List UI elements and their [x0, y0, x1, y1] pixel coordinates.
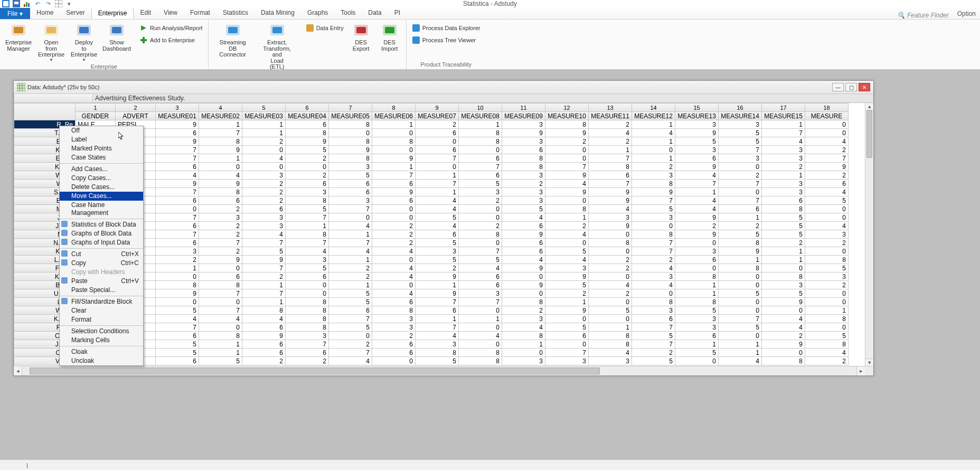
cell-value[interactable]: 0	[372, 129, 416, 137]
cell-value[interactable]: 3	[762, 188, 805, 196]
cell-value[interactable]: 7	[416, 298, 459, 306]
col-header[interactable]: MEASURE01	[156, 112, 199, 120]
minimize-button[interactable]: —	[832, 83, 844, 91]
ribbon-btn-deploy-to-enterprise[interactable]: DeploytoEnterprise▼	[69, 21, 99, 62]
cell-value[interactable]: 4	[242, 154, 286, 163]
cell-value[interactable]: 3	[762, 154, 805, 163]
cell-value[interactable]: 5	[286, 205, 329, 213]
cell-value[interactable]: 1	[199, 120, 242, 129]
cell-value[interactable]: 2	[762, 332, 805, 340]
cell-value[interactable]: 3	[762, 180, 805, 188]
cell-value[interactable]: 9	[242, 256, 286, 264]
cell-value[interactable]: 5	[502, 205, 545, 213]
cell-value[interactable]: 2	[632, 163, 675, 171]
cell-value[interactable]: 0	[719, 188, 762, 196]
scroll-right-icon[interactable]: ▸	[856, 366, 865, 375]
cell-value[interactable]: 4	[675, 171, 719, 180]
menu-item-uncloak[interactable]: Uncloak	[60, 356, 143, 365]
cell-value[interactable]: 7	[632, 196, 675, 205]
cell-value[interactable]: 2	[805, 171, 849, 180]
col-header[interactable]: MEASURE06	[372, 112, 416, 120]
cell-value[interactable]: 5	[719, 230, 762, 239]
cell-value[interactable]: 8	[502, 298, 545, 306]
cell-value[interactable]: 6	[502, 239, 545, 247]
cell-value[interactable]: 7	[719, 146, 762, 154]
ribbon-tab-edit[interactable]: Edit	[134, 7, 157, 19]
cell-value[interactable]: 8	[589, 340, 632, 349]
cell-value[interactable]: 9	[545, 171, 589, 180]
cell-value[interactable]: 2	[372, 222, 416, 230]
cell-value[interactable]: 8	[329, 120, 372, 129]
col-header[interactable]: MEASURE12	[632, 112, 675, 120]
cell-value[interactable]: 4	[589, 281, 632, 289]
cell-value[interactable]: 6	[156, 222, 199, 230]
cell-value[interactable]: 1	[762, 120, 805, 129]
cell-value[interactable]: 0	[329, 213, 372, 222]
cell-value[interactable]: 5	[762, 222, 805, 230]
cell-value[interactable]: 9	[545, 188, 589, 196]
cell-value[interactable]: 6	[805, 180, 849, 188]
cell-value[interactable]: 8	[805, 256, 849, 264]
cell-value[interactable]: 0	[502, 272, 545, 281]
cell-value[interactable]: 0	[545, 315, 589, 323]
cell-value[interactable]: 5	[416, 256, 459, 264]
cell-value[interactable]: 7	[286, 239, 329, 247]
cell-value[interactable]: 5	[545, 281, 589, 289]
cell-value[interactable]: 8	[632, 180, 675, 188]
cell-value[interactable]: 9	[156, 180, 199, 188]
cell-value[interactable]: 7	[459, 247, 502, 256]
cell-value[interactable]: 4	[589, 129, 632, 137]
cell-value[interactable]: 0	[762, 306, 805, 315]
cell-value[interactable]: 0	[372, 205, 416, 213]
cell-value[interactable]: 7	[459, 163, 502, 171]
cell-value[interactable]: 1	[632, 120, 675, 129]
cell-value[interactable]: 2	[459, 222, 502, 230]
cell-value[interactable]: 8	[459, 357, 502, 365]
cell-value[interactable]: 9	[675, 163, 719, 171]
cell-value[interactable]: 0	[545, 146, 589, 154]
cell-value[interactable]: 9	[329, 146, 372, 154]
cell-value[interactable]: 8	[199, 281, 242, 289]
cell-value[interactable]: 4	[242, 230, 286, 239]
cell-value[interactable]: 3	[459, 188, 502, 196]
cell-value[interactable]: 8	[199, 188, 242, 196]
cell-value[interactable]: 8	[286, 306, 329, 315]
cell-value[interactable]: 3	[762, 146, 805, 154]
cell-value[interactable]: 1	[545, 213, 589, 222]
cell-value[interactable]: 0	[329, 332, 372, 340]
cell-value[interactable]: 5	[329, 298, 372, 306]
cell-value[interactable]: 5	[545, 323, 589, 332]
cell-value[interactable]: 2	[545, 137, 589, 146]
cell-value[interactable]: 6	[719, 205, 762, 213]
cell-value[interactable]: 3	[805, 230, 849, 239]
cell-value[interactable]: 4	[675, 196, 719, 205]
cell-value[interactable]: 6	[416, 306, 459, 315]
cell-value[interactable]: 7	[286, 213, 329, 222]
cell-value[interactable]: 7	[416, 323, 459, 332]
cell-value[interactable]: 9	[589, 196, 632, 205]
cell-value[interactable]: 5	[719, 323, 762, 332]
cell-value[interactable]: 5	[805, 264, 849, 272]
cell-value[interactable]: 7	[199, 239, 242, 247]
cell-value[interactable]: 5	[199, 357, 242, 365]
cell-value[interactable]: 3	[502, 171, 545, 180]
cell-value[interactable]: 9	[156, 137, 199, 146]
col-number[interactable]: 6	[286, 104, 329, 112]
cell-value[interactable]: 2	[242, 196, 286, 205]
cell-value[interactable]: 6	[502, 247, 545, 256]
cell-value[interactable]: 9	[286, 137, 329, 146]
cell-value[interactable]: 0	[199, 298, 242, 306]
cell-value[interactable]: 9	[502, 230, 545, 239]
cell-value[interactable]: 0	[805, 289, 849, 298]
cell-value[interactable]: 4	[632, 264, 675, 272]
col-header[interactable]: MEASURE10	[545, 112, 589, 120]
cell-value[interactable]: 8	[286, 298, 329, 306]
scroll-up-icon[interactable]: ▴	[865, 103, 873, 110]
cell-value[interactable]: 6	[242, 323, 286, 332]
cell-value[interactable]: 3	[199, 213, 242, 222]
cell-value[interactable]: 5	[719, 129, 762, 137]
cell-value[interactable]: 3	[805, 272, 849, 281]
cell-value[interactable]: 1	[329, 230, 372, 239]
cell-value[interactable]: 3	[675, 315, 719, 323]
cell-value[interactable]: 0	[805, 205, 849, 213]
